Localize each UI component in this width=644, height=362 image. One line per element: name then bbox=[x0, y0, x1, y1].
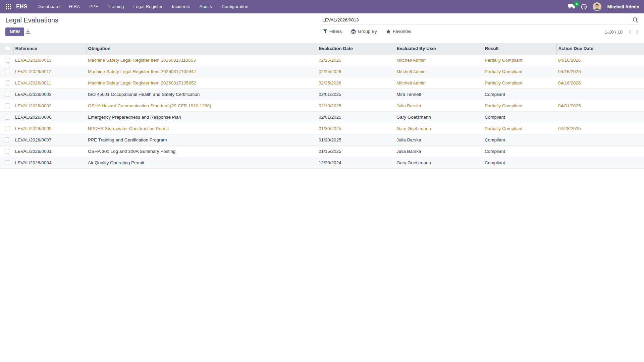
cell-evaluated-by-user[interactable]: Julia Barska bbox=[395, 100, 483, 111]
select-all-checkbox[interactable] bbox=[5, 46, 10, 51]
table-row[interactable]: LEVAL/2026/0013 Machine Safety Legal Reg… bbox=[0, 54, 644, 66]
cell-reference[interactable]: LEVAL/2026/0013 bbox=[13, 54, 86, 66]
cell-action-due-date[interactable] bbox=[556, 157, 644, 168]
cell-evaluation-date[interactable]: 01/30/2025 bbox=[317, 123, 395, 134]
cell-result[interactable]: Partially Compliant bbox=[483, 54, 556, 66]
cell-reference[interactable]: LEVAL/2026/0007 bbox=[13, 134, 86, 145]
cell-evaluated-by-user[interactable]: Mitchell Admin bbox=[395, 77, 483, 88]
column-header-action-due-date[interactable]: Action Due Date bbox=[556, 43, 644, 54]
row-checkbox[interactable] bbox=[5, 160, 10, 165]
search-icon[interactable] bbox=[632, 17, 639, 23]
row-checkbox[interactable] bbox=[5, 92, 10, 97]
row-checkbox[interactable] bbox=[5, 126, 10, 131]
user-avatar[interactable] bbox=[593, 2, 601, 11]
cell-result[interactable]: Compliant bbox=[483, 157, 556, 168]
row-checkbox[interactable] bbox=[5, 115, 10, 120]
row-checkbox-cell[interactable] bbox=[0, 66, 13, 77]
cell-reference[interactable]: LEVAL/2026/0004 bbox=[13, 157, 86, 168]
row-checkbox[interactable] bbox=[5, 58, 10, 63]
cell-evaluation-date[interactable]: 02/01/2025 bbox=[317, 111, 395, 123]
pager-next-icon[interactable] bbox=[635, 29, 640, 35]
row-checkbox-cell[interactable] bbox=[0, 111, 13, 123]
new-button[interactable]: NEW bbox=[5, 27, 24, 36]
cell-action-due-date[interactable]: 04/16/2026 bbox=[556, 77, 644, 88]
row-checkbox-cell[interactable] bbox=[0, 157, 13, 168]
column-header-reference[interactable]: Reference bbox=[13, 43, 86, 54]
nav-item-incidents[interactable]: Incidents bbox=[167, 0, 195, 13]
cell-obligation[interactable]: Machine Safety Legal Register Item 20260… bbox=[86, 66, 317, 77]
cell-evaluated-by-user[interactable]: Julia Barska bbox=[395, 134, 483, 145]
cell-action-due-date[interactable]: 02/28/2025 bbox=[556, 123, 644, 134]
cell-evaluation-date[interactable]: 02/25/2026 bbox=[317, 66, 395, 77]
nav-item-legal-register[interactable]: Legal Register bbox=[128, 0, 167, 13]
cell-obligation[interactable]: Air Quality Operating Permit bbox=[86, 157, 317, 168]
cell-action-due-date[interactable]: 04/01/2025 bbox=[556, 100, 644, 111]
cell-result[interactable]: Compliant bbox=[483, 88, 556, 100]
table-row[interactable]: LEVAL/2026/0005 NPDES Stormwater Constru… bbox=[0, 123, 644, 134]
cell-result[interactable]: Partially Compliant bbox=[483, 123, 556, 134]
cell-reference[interactable]: LEVAL/2026/0011 bbox=[13, 77, 86, 88]
search-bar[interactable]: LEVAL/2026/0013 bbox=[321, 15, 639, 24]
cell-reference[interactable]: LEVAL/2026/0003 bbox=[13, 88, 86, 100]
row-checkbox[interactable] bbox=[5, 149, 10, 154]
cell-obligation[interactable]: Machine Safety Legal Register Item 20260… bbox=[86, 54, 317, 66]
row-checkbox-cell[interactable] bbox=[0, 54, 13, 66]
cell-obligation[interactable]: PPE Training and Certification Program bbox=[86, 134, 317, 145]
cell-evaluated-by-user[interactable]: Gary Goetzmann bbox=[395, 123, 483, 134]
filters-button[interactable]: Filters bbox=[323, 29, 342, 34]
cell-evaluated-by-user[interactable]: Mitchell Admin bbox=[395, 54, 483, 66]
cell-evaluated-by-user[interactable]: Julia Barska bbox=[395, 145, 483, 157]
nav-item-hira[interactable]: HIRA bbox=[64, 0, 85, 13]
table-row[interactable]: LEVAL/2026/0001 OSHA 300 Log and 300A Su… bbox=[0, 145, 644, 157]
table-row[interactable]: LEVAL/2026/0007 PPE Training and Certifi… bbox=[0, 134, 644, 145]
cell-evaluation-date[interactable]: 02/25/2026 bbox=[317, 77, 395, 88]
cell-evaluation-date[interactable]: 01/15/2025 bbox=[317, 145, 395, 157]
favorites-button[interactable]: Favorites bbox=[386, 29, 412, 34]
row-checkbox-cell[interactable] bbox=[0, 145, 13, 157]
cell-result[interactable]: Partially Compliant bbox=[483, 66, 556, 77]
cell-evaluation-date[interactable]: 12/20/2024 bbox=[317, 157, 395, 168]
row-checkbox[interactable] bbox=[5, 103, 10, 108]
column-header-obligation[interactable]: Obligation bbox=[86, 43, 317, 54]
cell-result[interactable]: Partially Compliant bbox=[483, 100, 556, 111]
cell-obligation[interactable]: ISO 45001 Occupational Health and Safety… bbox=[86, 88, 317, 100]
cell-evaluation-date[interactable]: 02/25/2026 bbox=[317, 54, 395, 66]
cell-obligation[interactable]: Emergency Preparedness and Response Plan bbox=[86, 111, 317, 123]
cell-action-due-date[interactable]: 04/16/2026 bbox=[556, 54, 644, 66]
row-checkbox-cell[interactable] bbox=[0, 77, 13, 88]
nav-item-configuration[interactable]: Configuration bbox=[217, 0, 253, 13]
cell-result[interactable]: Compliant bbox=[483, 111, 556, 123]
cell-evaluated-by-user[interactable]: Gary Goetzmann bbox=[395, 111, 483, 123]
cell-reference[interactable]: LEVAL/2026/0005 bbox=[13, 123, 86, 134]
cell-reference[interactable]: LEVAL/2026/0001 bbox=[13, 145, 86, 157]
cell-reference[interactable]: LEVAL/2026/0012 bbox=[13, 66, 86, 77]
cell-obligation[interactable]: Machine Safety Legal Register Item 20260… bbox=[86, 77, 317, 88]
row-checkbox-cell[interactable] bbox=[0, 100, 13, 111]
nav-item-ppe[interactable]: PPE bbox=[85, 0, 103, 13]
table-row[interactable]: LEVAL/2026/0006 Emergency Preparedness a… bbox=[0, 111, 644, 123]
activity-clock-icon[interactable] bbox=[581, 4, 587, 10]
app-name[interactable]: EHS bbox=[16, 4, 28, 10]
messages-icon[interactable]: 4 bbox=[568, 4, 575, 10]
pager-previous-icon[interactable] bbox=[627, 29, 632, 35]
user-name[interactable]: Mitchell Admin bbox=[607, 4, 639, 9]
table-row[interactable]: LEVAL/2026/0011 Machine Safety Legal Reg… bbox=[0, 77, 644, 88]
cell-reference[interactable]: LEVAL/2026/0002 bbox=[13, 100, 86, 111]
cell-action-due-date[interactable] bbox=[556, 145, 644, 157]
table-row[interactable]: LEVAL/2026/0004 Air Quality Operating Pe… bbox=[0, 157, 644, 168]
row-checkbox[interactable] bbox=[5, 80, 10, 85]
cell-reference[interactable]: LEVAL/2026/0006 bbox=[13, 111, 86, 123]
table-row[interactable]: LEVAL/2026/0002 OSHA Hazard Communicatio… bbox=[0, 100, 644, 111]
cell-action-due-date[interactable] bbox=[556, 88, 644, 100]
row-checkbox[interactable] bbox=[5, 69, 10, 74]
cell-obligation[interactable]: NPDES Stormwater Construction Permit bbox=[86, 123, 317, 134]
search-input[interactable]: LEVAL/2026/0013 bbox=[321, 17, 632, 22]
column-header-evaluation-date[interactable]: Evaluation Date bbox=[317, 43, 395, 54]
cell-result[interactable]: Partially Compliant bbox=[483, 77, 556, 88]
cell-action-due-date[interactable] bbox=[556, 111, 644, 123]
column-header-result[interactable]: Result bbox=[483, 43, 556, 54]
table-row[interactable]: LEVAL/2026/0012 Machine Safety Legal Reg… bbox=[0, 66, 644, 77]
group-by-button[interactable]: Group By bbox=[351, 29, 377, 34]
row-checkbox-cell[interactable] bbox=[0, 88, 13, 100]
cell-evaluation-date[interactable]: 01/20/2025 bbox=[317, 134, 395, 145]
